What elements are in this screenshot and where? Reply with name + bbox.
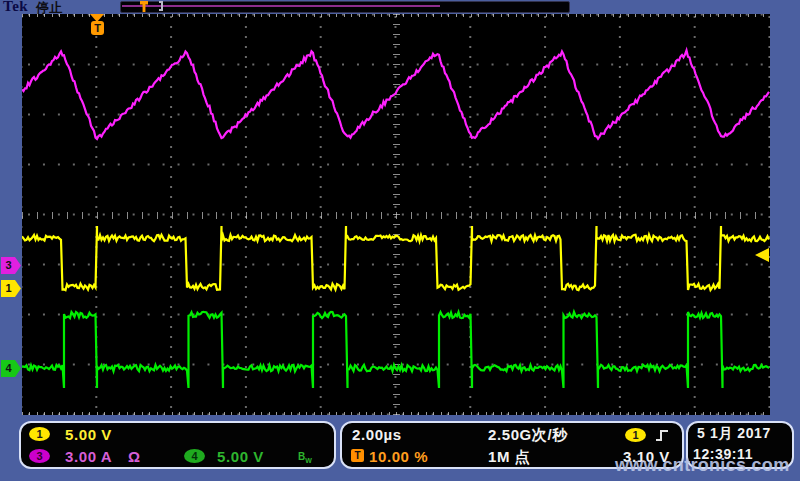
- record-view-bar: [120, 1, 570, 13]
- channel-marker-ch1[interactable]: 1: [1, 280, 21, 297]
- trigger-rising-edge-icon: [654, 428, 670, 443]
- ch3-coupling-ohm-icon: Ω: [128, 448, 141, 465]
- watermark-text: www.cntronics.com: [615, 455, 789, 476]
- oscilloscope-screen: { "header": { "logo": "Tek", "acq_status…: [0, 0, 800, 481]
- ch3-scale-readout: 3.00 A: [65, 448, 112, 465]
- waveform-canvas: [22, 14, 770, 415]
- channel-marker-ch4[interactable]: 4: [1, 360, 21, 377]
- record-view-window-bracket-icon: [159, 1, 163, 11]
- channel-readouts-box: 1 5.00 V 3 3.00 A Ω 4 5.00 V BW: [19, 421, 336, 469]
- channel-marker-ch3[interactable]: 3: [1, 257, 21, 274]
- ch4-bandwidth-limit-icon: BW: [298, 451, 312, 464]
- ch3-trace: [22, 50, 769, 139]
- trigger-level-arrow-icon[interactable]: [755, 248, 769, 262]
- ch4-trace: [22, 312, 769, 388]
- ch1-scale-readout: 5.00 V: [65, 426, 112, 443]
- horizontal-position-readout: 10.00 %: [369, 448, 428, 465]
- ch1-badge: 1: [29, 427, 50, 441]
- brand-logo: Tek: [3, 0, 28, 15]
- trigger-position-marker[interactable]: T: [91, 21, 104, 35]
- trigger-position-t-badge: T: [351, 449, 364, 462]
- date-readout: 5 1月 2017: [697, 425, 771, 443]
- record-view-line: [122, 5, 440, 7]
- record-length-readout: 1M 点: [488, 448, 530, 467]
- top-bar: Tek 停止: [0, 0, 800, 14]
- ch4-badge: 4: [184, 449, 205, 463]
- timebase-readout: 2.00µs: [352, 426, 402, 443]
- sample-rate-readout: 2.50G次/秒: [488, 426, 568, 445]
- ch1-trace: [22, 226, 769, 290]
- ch3-badge: 3: [29, 449, 50, 463]
- ch4-scale-readout: 5.00 V: [217, 448, 264, 465]
- trigger-source-badge: 1: [625, 428, 646, 442]
- graticule: T: [22, 14, 770, 415]
